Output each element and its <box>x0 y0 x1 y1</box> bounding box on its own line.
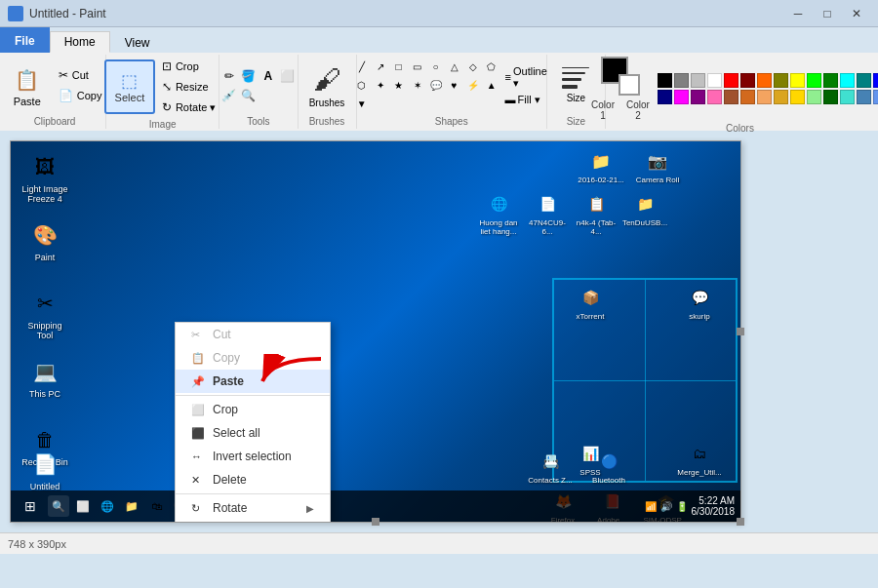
shape-star5[interactable]: ★ <box>390 77 408 95</box>
desktop-icon-merge[interactable]: 🗂 Merge_Util... <box>673 440 726 477</box>
color-swatch[interactable] <box>840 90 855 104</box>
shape-lightning[interactable]: ⚡ <box>464 77 482 95</box>
color-swatch[interactable] <box>674 90 689 104</box>
color-swatches <box>658 73 878 105</box>
canvas-resize-bottom[interactable] <box>372 518 379 526</box>
desktop-icon-xtorrent[interactable]: 📦 xTorrent <box>564 284 617 321</box>
delete-icon: ✕ <box>191 474 205 487</box>
color-swatch[interactable] <box>790 73 805 88</box>
desktop-icon-thispc[interactable]: 💻 This PC <box>19 356 71 399</box>
color-swatch[interactable] <box>691 90 705 104</box>
color-swatch[interactable] <box>774 73 788 88</box>
minimize-button[interactable]: ─ <box>784 4 812 23</box>
desktop-icon-file4[interactable]: 📁 TenDuUSB... <box>623 190 666 236</box>
shape-scroll-up[interactable]: ▲ <box>483 77 500 95</box>
pencil-icon[interactable]: ✏ <box>220 67 238 85</box>
color-swatch[interactable] <box>724 90 738 104</box>
fill-icon[interactable]: 🪣 <box>240 67 258 85</box>
text-icon[interactable]: A <box>259 67 277 85</box>
brushes-button[interactable]: 🖌 Brushes <box>305 59 348 113</box>
select-button[interactable]: ⬚ Select <box>104 59 155 114</box>
color-swatch[interactable] <box>807 90 821 104</box>
desktop-icon-ie[interactable]: 🌐 Huong danliet hang... <box>477 190 520 236</box>
context-menu-item-resize[interactable]: ⤡Resize <box>176 520 330 522</box>
shape-star4[interactable]: ✦ <box>372 77 389 95</box>
color-swatch[interactable] <box>658 90 672 104</box>
color-swatch[interactable] <box>691 73 705 88</box>
shape-rect[interactable]: □ <box>390 59 408 76</box>
cut-button[interactable]: ✂ Cut <box>54 65 107 85</box>
taskbar-folder[interactable]: 📁 <box>121 495 142 517</box>
taskbar-task-view[interactable]: ⬜ <box>72 495 94 517</box>
close-button[interactable]: ✕ <box>843 4 870 23</box>
color-swatch[interactable] <box>807 73 821 88</box>
color-swatch[interactable] <box>823 90 838 104</box>
color-swatch[interactable] <box>757 73 772 88</box>
desktop-icon-untitled[interactable]: 📄 Untitled <box>19 449 71 491</box>
desktop-icon-skype[interactable]: 💬 skurip <box>673 284 726 321</box>
rotate-button[interactable]: ↻ Rotate ▾ <box>157 98 220 117</box>
magnify-icon[interactable]: 🔍 <box>240 87 258 104</box>
color-swatch[interactable] <box>873 73 878 88</box>
tab-home[interactable]: Home <box>50 31 110 53</box>
desktop-icon-freeze[interactable]: 🖼 Light ImageFreeze 4 <box>19 151 71 204</box>
color-swatch[interactable] <box>873 90 878 104</box>
shape-arrow[interactable]: ↗ <box>372 59 389 76</box>
shape-line[interactable]: ╱ <box>353 59 371 76</box>
desktop-icon-file3[interactable]: 📋 n4k-4 (Tab-4... <box>575 190 618 236</box>
desktop-icon-paint[interactable]: 🎨 Paint <box>19 219 71 262</box>
color-swatch[interactable] <box>740 90 755 104</box>
canvas-resize-right[interactable] <box>737 328 744 335</box>
color2-box[interactable] <box>619 74 640 96</box>
color-swatch[interactable] <box>674 73 689 88</box>
shape-hex[interactable]: ⬡ <box>353 77 371 95</box>
crop-button[interactable]: ⊡ Crop <box>157 57 220 76</box>
color-swatch[interactable] <box>857 90 871 104</box>
canvas-resize-handle[interactable] <box>737 518 744 526</box>
color-swatch[interactable] <box>857 73 871 88</box>
color-swatch[interactable] <box>790 90 805 104</box>
taskbar-start-button[interactable]: ⊞ <box>17 494 44 518</box>
shape-diamond[interactable]: ◇ <box>464 59 482 76</box>
shape-pentagon[interactable]: ⬠ <box>483 59 500 76</box>
taskbar-edge[interactable]: 🌐 <box>97 495 118 517</box>
color-swatch[interactable] <box>658 73 672 88</box>
colorpicker-icon[interactable]: 💉 <box>220 87 238 104</box>
maximize-button[interactable]: □ <box>814 4 841 23</box>
color-swatch[interactable] <box>707 90 722 104</box>
desktop-icon-snipping[interactable]: ✂ SnippingTool <box>19 288 71 340</box>
context-menu-item-rotate[interactable]: ↻Rotate <box>176 496 330 520</box>
copy-button[interactable]: 📄 Copy <box>54 86 107 105</box>
fill-button[interactable]: ▬ Fill ▾ <box>502 93 550 107</box>
shape-scroll-dn[interactable]: ▼ <box>353 96 371 113</box>
eraser-icon[interactable]: ⬜ <box>279 67 297 85</box>
color-swatch[interactable] <box>707 73 722 88</box>
color-swatch[interactable] <box>823 73 838 88</box>
color-swatch[interactable] <box>840 73 855 88</box>
color-swatch[interactable] <box>774 90 788 104</box>
outline-button[interactable]: ≡ Outline ▾ <box>502 64 550 91</box>
desktop-icon-contacts[interactable]: 📇 Contacts Z... <box>526 448 575 485</box>
color-swatch[interactable] <box>724 73 738 88</box>
desktop-icon-folder1[interactable]: 📁 2016-02-21... <box>577 147 625 184</box>
context-menu-item-invert-selection[interactable]: ↔Invert selection <box>176 445 330 468</box>
paste-button[interactable]: 📋 Paste <box>3 59 52 113</box>
taskbar-search[interactable]: 🔍 <box>48 495 69 517</box>
shape-callout[interactable]: 💬 <box>427 77 445 95</box>
shape-triangle[interactable]: △ <box>446 59 463 76</box>
tab-file[interactable]: File <box>0 27 50 53</box>
shape-star6[interactable]: ✶ <box>409 77 426 95</box>
desktop-icon-file2[interactable]: 📄 47N4CU9-6... <box>526 190 569 236</box>
shape-heart[interactable]: ♥ <box>446 77 463 95</box>
taskbar-store[interactable]: 🛍 <box>145 495 167 517</box>
shape-ellipse[interactable]: ○ <box>427 59 445 76</box>
shape-roundrect[interactable]: ▭ <box>409 59 426 76</box>
color-swatch[interactable] <box>757 90 772 104</box>
desktop-icon-bluetooth[interactable]: 🔵 Bluetooth <box>584 448 633 485</box>
color-swatch[interactable] <box>740 73 755 88</box>
resize-button[interactable]: ⤡ Resize <box>157 77 220 97</box>
context-menu-item-select-all[interactable]: ⬛Select all <box>176 421 330 445</box>
desktop-icon-camera[interactable]: 📷 Camera Roll <box>633 147 682 184</box>
context-menu-item-delete[interactable]: ✕Delete <box>176 468 330 491</box>
tab-view[interactable]: View <box>110 31 165 53</box>
